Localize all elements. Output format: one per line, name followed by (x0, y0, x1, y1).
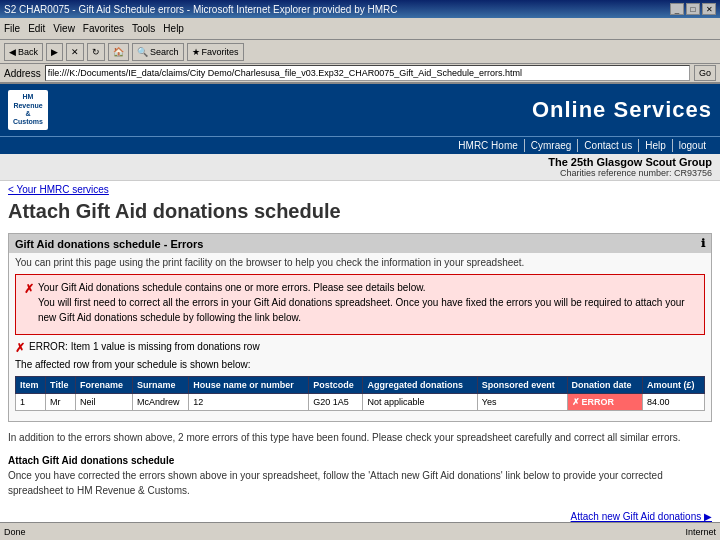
main-error-content: Your Gift Aid donations schedule contain… (38, 280, 696, 325)
table-cell: Mr (46, 394, 76, 411)
col-sponsored: Sponsored event (477, 377, 567, 394)
contact-us-link[interactable]: Contact us (577, 139, 638, 152)
edit-menu[interactable]: Edit (28, 23, 45, 34)
org-ref: Charities reference number: CR93756 (8, 168, 712, 178)
col-forename: Forename (76, 377, 133, 394)
menu-items: File Edit View Favorites Tools Help (4, 23, 184, 34)
table-cell: Not applicable (363, 394, 477, 411)
cymraeg-link[interactable]: Cymraeg (524, 139, 578, 152)
browser-toolbar: ◀ Back ▶ ✕ ↻ 🏠 🔍 Search ★ Favorites (0, 40, 720, 64)
table-cell: 1 (16, 394, 46, 411)
hmrc-home-link[interactable]: HMRC Home (452, 139, 523, 152)
address-input[interactable] (45, 65, 690, 81)
main-error-title: Your Gift Aid donations schedule contain… (38, 280, 696, 295)
home-button[interactable]: 🏠 (108, 43, 129, 61)
back-button[interactable]: ◀ Back (4, 43, 43, 61)
online-services-title: Online Services (532, 97, 712, 123)
donations-table: Item Title Forename Surname House name o… (15, 376, 705, 411)
col-postcode: Postcode (309, 377, 363, 394)
page-title: Attach Gift Aid donations schedule (0, 198, 720, 229)
hmrc-crest: HMRevenue& Customs (8, 90, 48, 130)
address-label: Address (4, 68, 41, 79)
table-cell: ✗ ERROR (567, 394, 643, 411)
view-menu[interactable]: View (53, 23, 75, 34)
error-x-icon: ✗ (24, 280, 34, 298)
org-name: The 25th Glasgow Scout Group (8, 156, 712, 168)
table-row: 1MrNeilMcAndrew12G20 1A5Not applicableYe… (16, 394, 705, 411)
col-title: Title (46, 377, 76, 394)
main-error-body: You will first need to correct all the e… (38, 295, 696, 325)
field-error-icon: ✗ (15, 341, 25, 355)
attach-link-row: Attach new Gift Aid donations ▶ (0, 506, 720, 522)
org-bar: The 25th Glasgow Scout Group Charities r… (0, 154, 720, 181)
print-note: You can print this page using the print … (15, 257, 705, 268)
error-cell-content: ✗ ERROR (572, 397, 639, 407)
hmrc-crest-text: HMRevenue& Customs (10, 93, 46, 127)
attach-section-title: Attach Gift Aid donations schedule (8, 455, 712, 466)
additional-errors: In addition to the errors shown above, 2… (0, 428, 720, 447)
main-error-box: ✗ Your Gift Aid donations schedule conta… (15, 274, 705, 335)
go-button[interactable]: Go (694, 65, 716, 81)
status-bar: Done Internet (0, 522, 720, 540)
stop-button[interactable]: ✕ (66, 43, 84, 61)
org-ref-value: CR93756 (674, 168, 712, 178)
col-house: House name or number (189, 377, 309, 394)
tools-menu[interactable]: Tools (132, 23, 155, 34)
breadcrumb[interactable]: < Your HMRC services (0, 181, 720, 198)
logout-link[interactable]: logout (672, 139, 712, 152)
affected-row-label: The affected row from your schedule is s… (15, 359, 705, 370)
page-content: HMRevenue& Customs Online Services HMRC … (0, 84, 720, 522)
hmrc-header: HMRevenue& Customs Online Services (0, 84, 720, 136)
col-donation-date: Donation date (567, 377, 643, 394)
org-ref-label: Charities reference number: (560, 168, 672, 178)
hmrc-nav: HMRC Home Cymraeg Contact us Help logout (0, 136, 720, 154)
table-cell: G20 1A5 (309, 394, 363, 411)
attach-link-section: Attach Gift Aid donations schedule Once … (0, 453, 720, 500)
field-error-text: ERROR: Item 1 value is missing from dona… (29, 341, 260, 352)
table-cell: 84.00 (643, 394, 705, 411)
forward-button[interactable]: ▶ (46, 43, 63, 61)
browser-title: S2 CHAR0075 - Gift Aid Schedule errors -… (4, 4, 398, 15)
help-link[interactable]: Help (638, 139, 672, 152)
help-menu[interactable]: Help (163, 23, 184, 34)
table-cell: Yes (477, 394, 567, 411)
error-section: Gift Aid donations schedule - Errors ℹ Y… (8, 233, 712, 422)
main-error-item: ✗ Your Gift Aid donations schedule conta… (24, 280, 696, 325)
browser-titlebar: S2 CHAR0075 - Gift Aid Schedule errors -… (0, 0, 720, 18)
zone-text: Internet (685, 527, 716, 537)
table-header-row: Item Title Forename Surname House name o… (16, 377, 705, 394)
field-error-item: ✗ ERROR: Item 1 value is missing from do… (15, 341, 705, 355)
window-controls[interactable]: _ □ ✕ (670, 3, 716, 15)
table-cell: 12 (189, 394, 309, 411)
error-section-title: Gift Aid donations schedule - Errors (15, 238, 203, 250)
table-cell: McAndrew (132, 394, 188, 411)
table-cell: Neil (76, 394, 133, 411)
error-section-body: You can print this page using the print … (9, 253, 711, 421)
error-section-icon: ℹ (701, 237, 705, 250)
hmrc-logo: HMRevenue& Customs (8, 90, 48, 130)
favorites-menu[interactable]: Favorites (83, 23, 124, 34)
error-x-icon: ✗ (572, 397, 580, 407)
col-item: Item (16, 377, 46, 394)
menu-bar: File Edit View Favorites Tools Help (0, 18, 720, 40)
attach-section-desc: Once you have corrected the errors shown… (8, 468, 712, 498)
close-button[interactable]: ✕ (702, 3, 716, 15)
minimize-button[interactable]: _ (670, 3, 684, 15)
col-surname: Surname (132, 377, 188, 394)
col-aggregated: Aggregated donations (363, 377, 477, 394)
status-text: Done (4, 527, 26, 537)
attach-new-donations-link[interactable]: Attach new Gift Aid donations ▶ (571, 511, 712, 522)
favorites-button[interactable]: ★ Favorites (187, 43, 244, 61)
file-menu[interactable]: File (4, 23, 20, 34)
search-button[interactable]: 🔍 Search (132, 43, 184, 61)
maximize-button[interactable]: □ (686, 3, 700, 15)
col-amount: Amount (£) (643, 377, 705, 394)
error-section-header: Gift Aid donations schedule - Errors ℹ (9, 234, 711, 253)
address-bar-row: Address Go (0, 64, 720, 84)
refresh-button[interactable]: ↻ (87, 43, 105, 61)
